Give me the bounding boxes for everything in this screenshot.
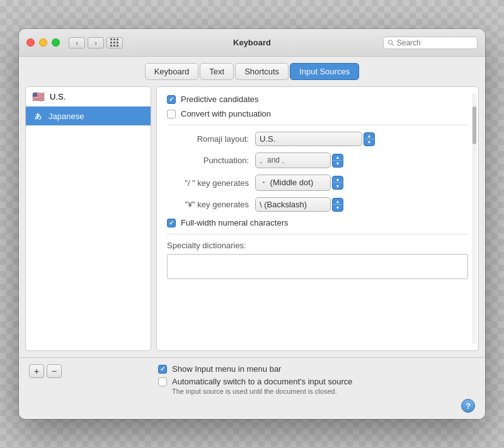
predictive-candidates-label: Predictive candidates — [181, 95, 259, 104]
bottom-bar: + − Show Input menu in menu bar Automati… — [19, 357, 485, 419]
input-sources-sidebar: 🇺🇸 U.S. あ Japanese — [25, 86, 151, 351]
romaji-layout-down[interactable]: ▼ — [364, 139, 374, 146]
romaji-layout-dropdown-wrapper: U.S. ▲ ▼ — [255, 132, 375, 146]
traffic-lights — [26, 38, 60, 47]
romaji-layout-row: Romaji layout: U.S. ▲ ▼ — [167, 132, 468, 146]
sidebar-item-japanese[interactable]: あ Japanese — [26, 106, 151, 125]
sidebar-item-us[interactable]: 🇺🇸 U.S. — [26, 87, 151, 106]
auto-switch-checkbox[interactable] — [158, 377, 167, 386]
back-button[interactable]: ‹ — [69, 37, 85, 49]
remove-input-source-button[interactable]: − — [47, 364, 62, 378]
add-input-source-button[interactable]: + — [29, 364, 44, 378]
minimize-button[interactable] — [39, 38, 47, 47]
specialty-dictionaries-box[interactable] — [167, 254, 468, 279]
romaji-layout-label: Romaji layout: — [167, 134, 255, 144]
svg-line-1 — [392, 43, 394, 45]
convert-punctuation-row: Convert with punctuation — [167, 109, 468, 118]
slash-key-select[interactable]: ・ (Middle dot) — [255, 175, 331, 191]
slash-key-value: ・ (Middle dot) — [260, 177, 326, 188]
slash-key-dropdown-wrapper: ・ (Middle dot) ▲ ▼ — [255, 175, 343, 191]
window-title: Keyboard — [233, 38, 271, 47]
auto-switch-label: Automatically switch to a document's inp… — [172, 377, 352, 386]
help-button[interactable]: ? — [461, 399, 475, 413]
slash-key-stepper[interactable]: ▲ ▼ — [332, 176, 343, 190]
yen-key-up[interactable]: ▲ — [333, 198, 343, 205]
romaji-layout-stepper[interactable]: ▲ ▼ — [364, 132, 375, 146]
scrollbar-track — [472, 93, 477, 344]
grid-icon — [110, 38, 119, 47]
grid-button[interactable] — [106, 37, 123, 49]
show-input-menu-label: Show Input menu in menu bar — [172, 364, 281, 374]
full-width-row: Full-width numeral characters — [167, 218, 468, 227]
sidebar-item-us-label: U.S. — [50, 92, 66, 101]
us-flag-icon: 🇺🇸 — [32, 91, 45, 103]
search-input[interactable] — [397, 38, 473, 47]
divider-1 — [167, 125, 468, 125]
punctuation-row: Punctuation: 。and 、 ▲ ▼ — [167, 152, 468, 168]
tab-input-sources[interactable]: Input Sources — [290, 63, 359, 80]
scrollbar-thumb[interactable] — [472, 106, 476, 144]
tabs-bar: Keyboard Text Shortcuts Input Sources — [19, 57, 485, 80]
predictive-candidates-checkbox[interactable] — [167, 95, 176, 104]
yen-key-row: "¥" key generates \ (Backslash) ▲ ▼ — [167, 197, 468, 212]
slash-key-label: "/ " key generates — [167, 178, 255, 188]
punctuation-stepper[interactable]: ▲ ▼ — [332, 154, 343, 168]
yen-key-dropdown-wrapper: \ (Backslash) ▲ ▼ — [255, 197, 343, 212]
punctuation-down[interactable]: ▼ — [333, 161, 343, 167]
tab-text[interactable]: Text — [200, 63, 234, 80]
punctuation-value: 。and 、 — [260, 155, 326, 166]
full-width-label: Full-width numeral characters — [181, 218, 289, 227]
specialty-section: Specialty dictionaries: — [167, 241, 468, 279]
tab-shortcuts[interactable]: Shortcuts — [235, 63, 289, 80]
yen-key-value: \ (Backslash) — [260, 200, 326, 209]
bottom-buttons: + − — [29, 364, 158, 378]
romaji-layout-value: U.S. — [260, 134, 358, 144]
convert-punctuation-label: Convert with punctuation — [181, 109, 271, 118]
close-button[interactable] — [26, 38, 35, 47]
punctuation-dropdown-wrapper: 。and 、 ▲ ▼ — [255, 152, 343, 168]
keyboard-preferences-window: ‹ › Keyboard Keyboard Text Shortcuts Inp… — [19, 29, 485, 419]
forward-button[interactable]: › — [88, 37, 104, 49]
punctuation-label: Punctuation: — [167, 156, 255, 165]
yen-key-stepper[interactable]: ▲ ▼ — [332, 198, 343, 212]
maximize-button[interactable] — [52, 38, 60, 47]
slash-key-down[interactable]: ▼ — [333, 183, 343, 189]
auto-switch-row: Automatically switch to a document's inp… — [158, 377, 475, 386]
titlebar: ‹ › Keyboard — [19, 29, 485, 57]
sidebar-item-japanese-label: Japanese — [49, 112, 84, 121]
bottom-left: + − — [29, 364, 158, 383]
divider-2 — [167, 234, 468, 234]
input-source-note: The input source is used until the docum… — [172, 388, 475, 395]
full-width-checkbox[interactable] — [167, 219, 176, 227]
japanese-input-icon: あ — [32, 110, 43, 122]
slash-key-row: "/ " key generates ・ (Middle dot) ▲ ▼ — [167, 175, 468, 191]
slash-key-up[interactable]: ▲ — [333, 176, 343, 183]
help-row: ? — [29, 399, 475, 413]
show-input-menu-row: Show Input menu in menu bar — [158, 364, 475, 374]
tab-keyboard[interactable]: Keyboard — [145, 63, 199, 80]
main-content: 🇺🇸 U.S. あ Japanese Predictive candidates… — [19, 80, 485, 357]
show-input-menu-checkbox[interactable] — [158, 365, 167, 374]
search-box[interactable] — [383, 37, 478, 49]
nav-buttons: ‹ › — [69, 37, 104, 49]
romaji-layout-select[interactable]: U.S. — [255, 132, 362, 146]
bottom-content: + − Show Input menu in menu bar Automati… — [29, 364, 475, 395]
bottom-right: Show Input menu in menu bar Automaticall… — [158, 364, 475, 395]
settings-panel: Predictive candidates Convert with punct… — [156, 86, 479, 351]
punctuation-up[interactable]: ▲ — [333, 154, 343, 161]
yen-key-down[interactable]: ▼ — [333, 205, 343, 211]
search-icon — [387, 39, 394, 47]
specialty-dictionaries-label: Specialty dictionaries: — [167, 241, 468, 250]
punctuation-select[interactable]: 。and 、 — [255, 152, 331, 168]
convert-punctuation-checkbox[interactable] — [167, 110, 176, 118]
yen-key-select[interactable]: \ (Backslash) — [255, 197, 331, 212]
predictive-candidates-row: Predictive candidates — [167, 95, 468, 104]
yen-key-label: "¥" key generates — [167, 200, 255, 209]
romaji-layout-up[interactable]: ▲ — [364, 133, 374, 139]
